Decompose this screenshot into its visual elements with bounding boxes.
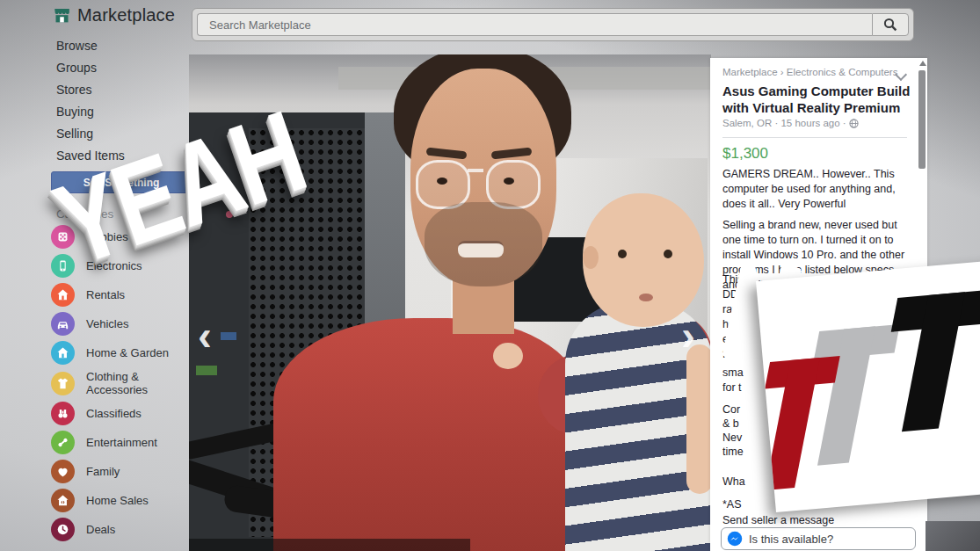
globe-icon (849, 119, 859, 128)
search-icon (883, 18, 897, 32)
baby-ear (583, 246, 599, 269)
sidebar-item-family[interactable]: Family (51, 460, 190, 483)
sidebar-item-clothing[interactable]: Clothing & Accessories (51, 370, 190, 396)
category-label: Home & Garden (86, 346, 169, 359)
home-garden-icon (51, 341, 75, 365)
baby-mouth (639, 294, 653, 301)
sidebar-item-browse[interactable]: Browse (56, 35, 125, 57)
category-label: Vehicles (86, 317, 128, 330)
deals-icon (51, 518, 75, 541)
tower-port (221, 332, 236, 340)
baby-head (583, 193, 704, 327)
listing-meta-text: Salem, OR · 15 hours ago · (722, 118, 846, 128)
sidebar-item-buying[interactable]: Buying (56, 101, 125, 123)
sidebar-item-stores[interactable]: Stores (56, 79, 125, 101)
man-red-shirt (273, 318, 579, 551)
category-label: Clothing & Accessories (86, 370, 190, 396)
sidebar-item-groups[interactable]: Groups (56, 57, 125, 79)
category-label: Entertainment (86, 436, 157, 449)
photo-bottom-shadow (189, 539, 470, 551)
photo-prev-arrow[interactable]: ‹ (198, 315, 212, 357)
category-label: Rentals (86, 288, 125, 301)
message-input[interactable]: Is this available? (721, 527, 916, 550)
sidebar-item-classifieds[interactable]: Classifieds (51, 402, 190, 425)
vehicles-icon (51, 312, 75, 336)
storefront-icon (53, 6, 71, 25)
listing-price: $1,300 (722, 145, 768, 163)
scrollbar-up-arrow[interactable] (919, 61, 926, 66)
glasses-left-lens (416, 160, 470, 209)
man-eye-left (437, 178, 447, 185)
baby-eye-left (618, 250, 627, 258)
photo-next-arrow[interactable]: › (681, 315, 695, 357)
divider (722, 137, 907, 138)
baby-hand (493, 343, 523, 369)
messenger-icon (727, 531, 743, 547)
listing-description-1: GAMERS DREAM.. However.. This computer b… (722, 167, 911, 212)
category-label: Classifieds (86, 407, 142, 420)
glasses-bridge (468, 169, 483, 172)
send-seller-label: Send seller a message (722, 514, 834, 526)
search-input[interactable]: Search Marketplace (197, 13, 872, 36)
category-label: Home Sales (86, 494, 149, 507)
message-placeholder: Is this available? (749, 533, 833, 546)
listing-title: Asus Gaming Computer Build with Virtual … (722, 83, 911, 116)
category-label: Family (86, 465, 120, 478)
classifieds-icon (51, 402, 75, 425)
listing-meta: Salem, OR · 15 hours ago · (722, 118, 859, 128)
corner-shade (926, 521, 980, 551)
logo-card (756, 259, 980, 512)
baby-arm (686, 344, 711, 494)
sidebar-item-vehicles[interactable]: Vehicles (51, 312, 190, 336)
tower-pcb (196, 366, 217, 375)
search-placeholder: Search Marketplace (209, 18, 311, 32)
scrollbar-thumb[interactable] (918, 70, 926, 169)
category-label: Deals (86, 523, 115, 536)
home-sales-icon (51, 489, 75, 512)
man-mouth (458, 241, 504, 257)
baby-eye-right (664, 250, 672, 258)
marketplace-header: Marketplace (53, 5, 175, 25)
sidebar-item-entertainment[interactable]: Entertainment (51, 431, 190, 454)
app-title: Marketplace (77, 5, 175, 25)
sidebar-item-home-sales[interactable]: Home Sales (51, 489, 190, 512)
breadcrumb[interactable]: Marketplace › Electronics & Computers (722, 67, 914, 77)
search-button[interactable] (872, 13, 909, 36)
sidebar-item-home-garden[interactable]: Home & Garden (51, 341, 190, 365)
sidebar-item-deals[interactable]: Deals (51, 518, 190, 541)
man-eye-right (504, 178, 514, 185)
entertainment-icon (51, 431, 75, 454)
family-icon (51, 460, 75, 483)
clothing-icon (51, 372, 75, 395)
search-bar: Search Marketplace (192, 8, 914, 41)
ttt-logo (756, 260, 980, 511)
